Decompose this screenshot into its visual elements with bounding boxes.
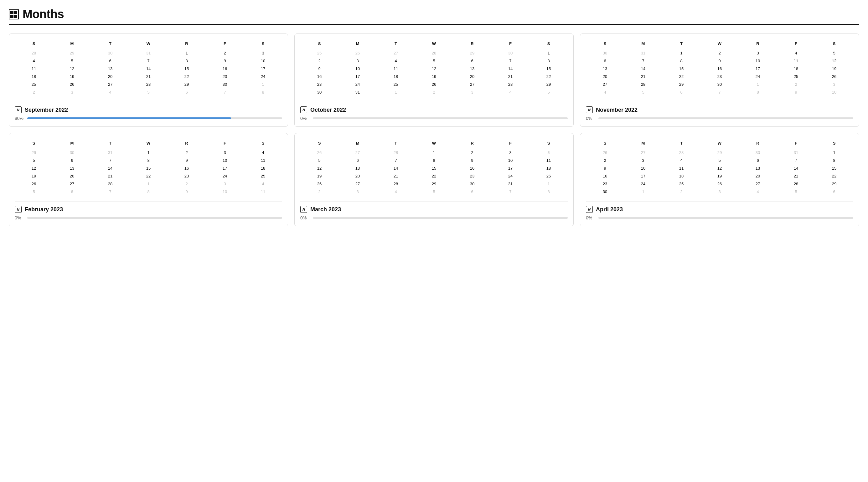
calendar-day[interactable]: 24 [206,172,244,180]
calendar-day[interactable]: 3 [701,188,739,196]
calendar-day[interactable]: 7 [777,157,815,164]
calendar-day[interactable]: 27 [53,180,91,188]
calendar-day[interactable]: 4 [377,188,415,196]
calendar-day[interactable]: 20 [53,172,91,180]
calendar-day[interactable]: 7 [91,188,129,196]
calendar-day[interactable]: 3 [206,149,244,157]
calendar-day[interactable]: 2 [300,57,339,65]
calendar-day[interactable]: 27 [624,149,662,157]
calendar-day[interactable]: 8 [739,88,777,96]
month-card-sep-2022[interactable]: SMTWRFS282930311234567891011121314151617… [9,33,288,127]
calendar-day[interactable]: 31 [777,149,815,157]
calendar-day[interactable]: 4 [491,88,529,96]
calendar-day[interactable]: 7 [701,88,739,96]
calendar-day[interactable]: 26 [815,73,853,81]
calendar-day[interactable]: 5 [415,188,453,196]
calendar-day[interactable]: 12 [53,65,91,73]
calendar-day[interactable]: 22 [415,172,453,180]
calendar-day[interactable]: 7 [129,57,167,65]
calendar-day[interactable]: 11 [777,57,815,65]
calendar-day[interactable]: 28 [624,81,662,88]
calendar-day[interactable]: 2 [300,188,339,196]
calendar-day[interactable]: 31 [129,49,167,57]
calendar-day[interactable]: 26 [53,81,91,88]
calendar-day[interactable]: 16 [167,164,206,172]
calendar-day[interactable]: 12 [701,164,739,172]
calendar-day[interactable]: 8 [415,157,453,164]
calendar-day[interactable]: 22 [529,73,568,81]
calendar-day[interactable]: 5 [415,57,453,65]
calendar-day[interactable]: 30 [53,149,91,157]
calendar-day[interactable]: 14 [777,164,815,172]
calendar-day[interactable]: 31 [91,149,129,157]
calendar-day[interactable]: 13 [91,65,129,73]
calendar-day[interactable]: 26 [300,180,339,188]
calendar-day[interactable]: 1 [815,149,853,157]
calendar-day[interactable]: 27 [339,149,377,157]
calendar-day[interactable]: 25 [244,172,282,180]
calendar-day[interactable]: 22 [815,172,853,180]
calendar-day[interactable]: 19 [415,73,453,81]
calendar-day[interactable]: 28 [91,180,129,188]
calendar-day[interactable]: 29 [453,49,491,57]
calendar-day[interactable]: 22 [662,73,701,81]
calendar-day[interactable]: 3 [491,149,529,157]
calendar-day[interactable]: 26 [701,180,739,188]
calendar-day[interactable]: 17 [624,172,662,180]
calendar-day[interactable]: 14 [491,65,529,73]
calendar-day[interactable]: 6 [739,157,777,164]
calendar-day[interactable]: 1 [129,149,167,157]
calendar-day[interactable]: 19 [815,65,853,73]
calendar-day[interactable]: 12 [415,65,453,73]
calendar-day[interactable]: 2 [701,49,739,57]
calendar-day[interactable]: 28 [415,49,453,57]
calendar-day[interactable]: 10 [339,65,377,73]
calendar-day[interactable]: 14 [129,65,167,73]
calendar-day[interactable]: 1 [624,188,662,196]
calendar-day[interactable]: 7 [624,57,662,65]
calendar-day[interactable]: 27 [339,180,377,188]
calendar-day[interactable]: 18 [777,65,815,73]
calendar-day[interactable]: 17 [739,65,777,73]
calendar-day[interactable]: 16 [300,73,339,81]
calendar-day[interactable]: 21 [129,73,167,81]
calendar-day[interactable]: 1 [739,81,777,88]
calendar-day[interactable]: 28 [491,81,529,88]
month-card-feb-2023[interactable]: SMTWRFS293031123456789101112131415161718… [9,133,288,226]
calendar-day[interactable]: 22 [129,172,167,180]
calendar-day[interactable]: 15 [167,65,206,73]
calendar-day[interactable]: 10 [491,157,529,164]
calendar-day[interactable]: 21 [777,172,815,180]
calendar-day[interactable]: 27 [377,49,415,57]
calendar-day[interactable]: 2 [15,88,53,96]
calendar-day[interactable]: 10 [815,88,853,96]
calendar-day[interactable]: 11 [244,188,282,196]
calendar-day[interactable]: 13 [453,65,491,73]
calendar-day[interactable]: 31 [624,49,662,57]
calendar-day[interactable]: 2 [415,88,453,96]
month-card-mar-2023[interactable]: SMTWRFS262728123456789101112131415161718… [294,133,574,226]
calendar-day[interactable]: 15 [129,164,167,172]
calendar-day[interactable]: 10 [244,57,282,65]
calendar-day[interactable]: 4 [244,180,282,188]
calendar-day[interactable]: 9 [777,88,815,96]
calendar-day[interactable]: 29 [167,81,206,88]
calendar-day[interactable]: 15 [662,65,701,73]
calendar-day[interactable]: 8 [529,57,568,65]
calendar-day[interactable]: 3 [53,88,91,96]
calendar-day[interactable]: 12 [300,164,339,172]
calendar-day[interactable]: 30 [701,81,739,88]
calendar-day[interactable]: 26 [415,81,453,88]
calendar-day[interactable]: 19 [701,172,739,180]
calendar-day[interactable]: 1 [662,49,701,57]
calendar-day[interactable]: 24 [339,81,377,88]
calendar-day[interactable]: 8 [167,57,206,65]
calendar-day[interactable]: 11 [662,164,701,172]
calendar-day[interactable]: 2 [167,180,206,188]
calendar-day[interactable]: 30 [491,49,529,57]
calendar-day[interactable]: 5 [15,188,53,196]
calendar-day[interactable]: 3 [206,180,244,188]
calendar-day[interactable]: 27 [453,81,491,88]
calendar-day[interactable]: 5 [15,157,53,164]
calendar-day[interactable]: 6 [53,157,91,164]
